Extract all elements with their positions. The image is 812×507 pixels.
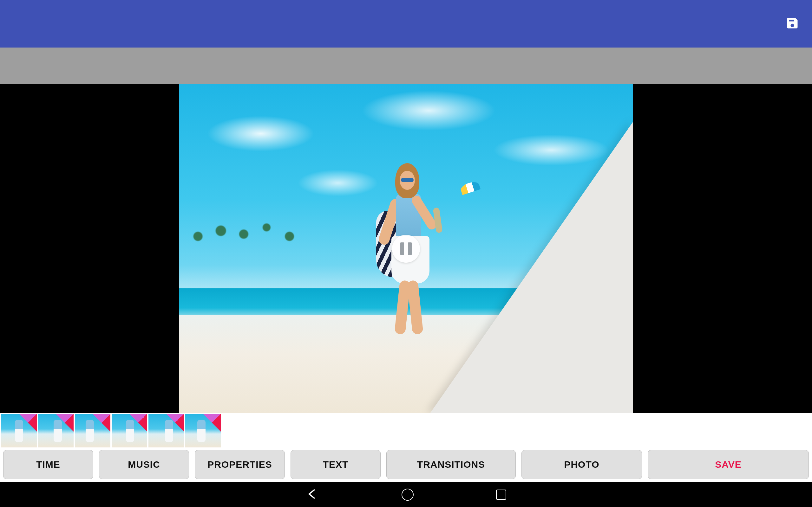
thumbnail-item[interactable]	[148, 414, 184, 447]
preview-area	[0, 84, 812, 413]
transitions-button[interactable]: TRANSITIONS	[386, 450, 516, 479]
music-button[interactable]: MUSIC	[99, 450, 189, 479]
app-bar	[0, 0, 812, 48]
transition-badge-icon	[203, 414, 221, 432]
nav-back-button[interactable]	[306, 487, 319, 502]
thumbnail-item[interactable]	[75, 414, 110, 447]
preview-image[interactable]	[179, 84, 633, 413]
thumbnail-item[interactable]	[185, 414, 221, 447]
android-nav-bar	[0, 482, 812, 507]
nav-recents-button[interactable]	[496, 490, 506, 500]
floppy-save-icon	[785, 16, 799, 30]
transition-badge-icon	[93, 414, 110, 432]
nav-back-icon	[306, 487, 319, 501]
photo-button[interactable]: PHOTO	[521, 450, 642, 479]
text-button[interactable]: TEXT	[291, 450, 380, 479]
thumbnail-item[interactable]	[1, 414, 37, 447]
toolbar-spacer	[0, 48, 812, 84]
nav-home-button[interactable]	[402, 489, 414, 501]
pause-button[interactable]	[392, 235, 420, 263]
pause-icon	[400, 242, 404, 255]
transition-page-curl	[430, 122, 633, 413]
pause-icon	[408, 242, 412, 255]
thumbnail-item[interactable]	[112, 414, 147, 447]
preview-palms	[179, 203, 369, 315]
properties-button[interactable]: PROPERTIES	[195, 450, 285, 479]
save-icon[interactable]	[785, 16, 799, 32]
save-button[interactable]: SAVE	[648, 450, 809, 479]
time-button[interactable]: TIME	[3, 450, 93, 479]
bottom-toolbar: TIME MUSIC PROPERTIES TEXT TRANSITIONS P…	[0, 447, 812, 482]
thumbnail-strip	[0, 413, 812, 447]
thumbnail-item[interactable]	[38, 414, 73, 447]
